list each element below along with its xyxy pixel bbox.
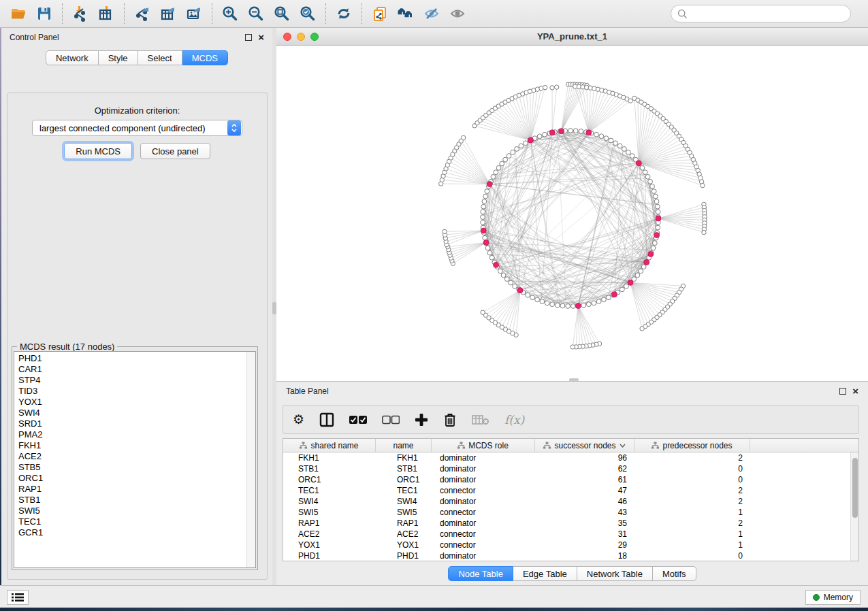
zoom-in-button[interactable]	[217, 3, 243, 24]
mcds-result-item[interactable]: GCR1	[14, 527, 255, 538]
mcds-result-item[interactable]: PMA2	[14, 429, 255, 440]
column-header-MCDS-role[interactable]: MCDS role	[432, 439, 535, 452]
columns-icon	[319, 412, 334, 427]
network-view-window: YPA_prune.txt_1	[276, 28, 868, 381]
copy-network-icon	[372, 5, 388, 22]
table-scrollbar[interactable]	[850, 452, 858, 561]
network-window-title: YPA_prune.txt_1	[276, 31, 868, 42]
show-panels-button[interactable]	[7, 590, 29, 605]
close-panel-button[interactable]: Close panel	[140, 143, 210, 159]
tab-motifs[interactable]: Motifs	[653, 566, 696, 581]
mcds-tab-content: Optimization criterion: largest connecte…	[7, 93, 268, 580]
export-image-button[interactable]	[181, 3, 207, 24]
table-options-button[interactable]: ⚙	[293, 413, 304, 427]
hide-selected-button[interactable]	[419, 3, 445, 24]
mcds-result-item[interactable]: ORC1	[14, 473, 255, 484]
mcds-result-item[interactable]: SRD1	[14, 418, 255, 429]
refresh-layout-icon	[336, 5, 352, 22]
mcds-result-item[interactable]: CAR1	[14, 364, 255, 375]
search-input[interactable]	[688, 9, 844, 19]
column-header-shared-name[interactable]: shared name	[283, 439, 376, 452]
mcds-result-item[interactable]: STP4	[14, 375, 255, 386]
table-row[interactable]: SWI4SWI4dominator462	[283, 496, 850, 507]
delete-table-button	[472, 414, 489, 425]
search-network-button[interactable]	[393, 3, 419, 24]
plus-icon	[415, 413, 428, 427]
tab-style[interactable]: Style	[99, 50, 138, 65]
memory-button[interactable]: Memory	[805, 590, 861, 605]
mcds-result-item[interactable]: ACE2	[14, 451, 255, 462]
zoom-selected-button[interactable]	[295, 3, 321, 24]
zoom-out-button[interactable]	[243, 3, 269, 24]
mcds-list-scrollbar[interactable]	[246, 352, 255, 567]
show-all-button[interactable]	[445, 3, 470, 24]
search-box[interactable]	[671, 5, 851, 22]
mcds-result-item[interactable]: FKH1	[14, 440, 255, 451]
network-window-titlebar[interactable]: YPA_prune.txt_1	[276, 28, 868, 46]
zoom-in-icon	[222, 5, 238, 22]
zoom-fit-button[interactable]	[269, 3, 295, 24]
control-panel-tabs: NetworkStyleSelectMCDS	[1, 50, 272, 65]
save-session-button[interactable]	[31, 3, 57, 24]
mcds-result-item[interactable]: RAP1	[14, 484, 255, 495]
column-header-name[interactable]: name	[376, 439, 432, 452]
mcds-result-item[interactable]: TID3	[14, 386, 255, 397]
table-row[interactable]: TEC1TEC1connector472	[283, 485, 850, 496]
tab-network-table[interactable]: Network Table	[577, 566, 653, 581]
table-row[interactable]: RAP1RAP1dominator352	[283, 518, 850, 529]
save-session-icon	[36, 5, 52, 22]
tab-network[interactable]: Network	[46, 50, 99, 65]
show-columns-button[interactable]	[319, 412, 334, 427]
close-table-panel-icon[interactable]: ×	[852, 388, 858, 395]
mcds-result-list[interactable]: PHD1CAR1STP4TID3YOX1SWI4SRD1PMA2FKH1ACE2…	[14, 351, 256, 568]
mcds-result-item[interactable]: SWI4	[14, 408, 255, 418]
optimization-criterion-select[interactable]: largest connected component (undirected)	[32, 120, 242, 136]
import-network-icon	[72, 5, 89, 22]
float-panel-icon[interactable]	[245, 34, 252, 41]
network-canvas[interactable]	[276, 46, 868, 381]
table-row[interactable]: PHD1PHD1dominator180	[283, 550, 850, 561]
table-row[interactable]: YOX1YOX1connector291	[283, 540, 850, 550]
column-header-predecessor-nodes[interactable]: predecessor nodes	[634, 439, 750, 452]
deselect-all-button[interactable]	[382, 415, 400, 425]
table-row[interactable]: SWI5SWI5connector431	[283, 507, 850, 518]
close-panel-icon[interactable]: ×	[258, 34, 264, 41]
open-file-button[interactable]	[5, 3, 31, 24]
add-column-button[interactable]	[415, 413, 428, 427]
table-row[interactable]: STB1STB1dominator620	[283, 463, 850, 474]
select-all-check-button[interactable]	[349, 415, 367, 425]
tab-node-table[interactable]: Node Table	[448, 566, 513, 581]
export-image-icon	[186, 5, 202, 22]
mcds-result-item[interactable]: PHD1	[14, 353, 255, 364]
import-table-button[interactable]	[93, 3, 119, 24]
column-header-successor-nodes[interactable]: successor nodes	[535, 439, 634, 452]
table-row[interactable]: FKH1FKH1dominator962	[283, 452, 850, 463]
tab-mcds[interactable]: MCDS	[182, 50, 228, 65]
mcds-result-item[interactable]: YOX1	[14, 397, 255, 408]
mcds-result-item[interactable]: SWI5	[14, 506, 255, 516]
export-network-button[interactable]	[129, 3, 155, 24]
float-table-panel-icon[interactable]	[839, 388, 846, 395]
delete-column-button[interactable]	[443, 412, 457, 427]
copy-network-button[interactable]	[367, 3, 393, 24]
table-row[interactable]: ORC1ORC1dominator610	[283, 474, 850, 485]
optimization-criterion-value: largest connected component (undirected)	[33, 123, 227, 133]
table-row[interactable]: ACE2ACE2connector311	[283, 529, 850, 540]
column-namespace-icon	[300, 442, 307, 449]
run-mcds-button[interactable]: Run MCDS	[64, 143, 132, 159]
tab-edge-table[interactable]: Edge Table	[513, 566, 577, 581]
mcds-result-item[interactable]: TEC1	[14, 516, 255, 527]
main-toolbar	[0, 0, 868, 28]
status-bar: Memory	[0, 585, 868, 608]
import-network-button[interactable]	[67, 3, 93, 24]
deselect-all-icon	[382, 415, 400, 425]
mcds-result-item[interactable]: STB5	[14, 462, 255, 473]
refresh-layout-button[interactable]	[331, 3, 357, 24]
search-icon	[677, 9, 688, 19]
search-network-icon	[398, 5, 414, 22]
table-scrollbar-thumb[interactable]	[852, 458, 858, 518]
export-table-button[interactable]	[155, 3, 181, 24]
mcds-result-item[interactable]: STB1	[14, 495, 255, 506]
tab-select[interactable]: Select	[138, 50, 182, 65]
select-all-icon	[349, 415, 367, 425]
